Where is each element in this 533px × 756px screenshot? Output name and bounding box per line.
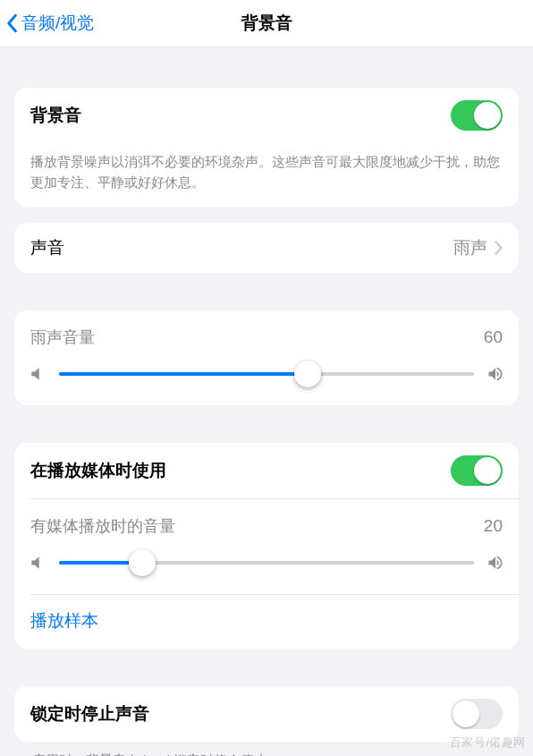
media-volume-slider[interactable]: [59, 549, 474, 576]
group-rain-volume: 雨声音量 60: [14, 310, 519, 405]
page-title: 背景音: [241, 12, 292, 35]
nav-bar: 音频/视觉 背景音: [0, 0, 533, 47]
watermark: 百家号/偌趣网: [450, 735, 526, 751]
lock-stop-description: 启用时，背景音在 iPad 锁定时将会停止。: [14, 742, 519, 756]
volume-high-icon: [486, 365, 504, 383]
media-use-label: 在播放媒体时使用: [30, 459, 451, 482]
group-lock: 锁定时停止声音: [14, 686, 519, 742]
row-sound[interactable]: 声音 雨声: [14, 223, 519, 273]
media-use-toggle[interactable]: [451, 455, 503, 486]
back-button[interactable]: 音频/视觉: [5, 12, 94, 35]
sound-label: 声音: [30, 236, 453, 259]
row-master-toggle: 背景音: [14, 88, 519, 143]
rain-volume-slider[interactable]: [59, 361, 474, 387]
rain-volume-value: 60: [484, 327, 503, 347]
lock-stop-toggle[interactable]: [451, 699, 503, 729]
media-volume-value: 20: [484, 516, 503, 536]
master-toggle[interactable]: [451, 100, 503, 131]
volume-low-icon: [29, 365, 47, 383]
master-description: 播放背景噪声以消弭不必要的环境杂声。这些声音可最大限度地减少干扰，助您更加专注、…: [14, 143, 519, 207]
chevron-left-icon: [5, 13, 18, 33]
volume-high-icon: [486, 554, 504, 572]
media-volume-label: 有媒体播放时的音量: [30, 515, 175, 537]
row-media-use: 在播放媒体时使用: [14, 443, 519, 498]
rain-volume-slider-row: [14, 353, 519, 405]
sound-value: 雨声: [453, 236, 487, 259]
play-sample-link[interactable]: 播放样本: [30, 611, 98, 630]
group-sound: 声音 雨声: [14, 223, 519, 273]
back-label: 音频/视觉: [21, 12, 94, 35]
media-volume-slider-row: [14, 542, 519, 594]
group-master: 背景音 播放背景噪声以消弭不必要的环境杂声。这些声音可最大限度地减少干扰，助您更…: [14, 88, 519, 207]
master-label: 背景音: [30, 104, 451, 127]
volume-low-icon: [29, 554, 47, 572]
rain-volume-label: 雨声音量: [30, 327, 95, 348]
chevron-right-icon: [495, 241, 503, 255]
lock-stop-label: 锁定时停止声音: [30, 702, 451, 726]
group-media: 在播放媒体时使用 有媒体播放时的音量 20 播放样本: [14, 443, 519, 649]
row-lock-stop: 锁定时停止声音: [14, 686, 519, 742]
